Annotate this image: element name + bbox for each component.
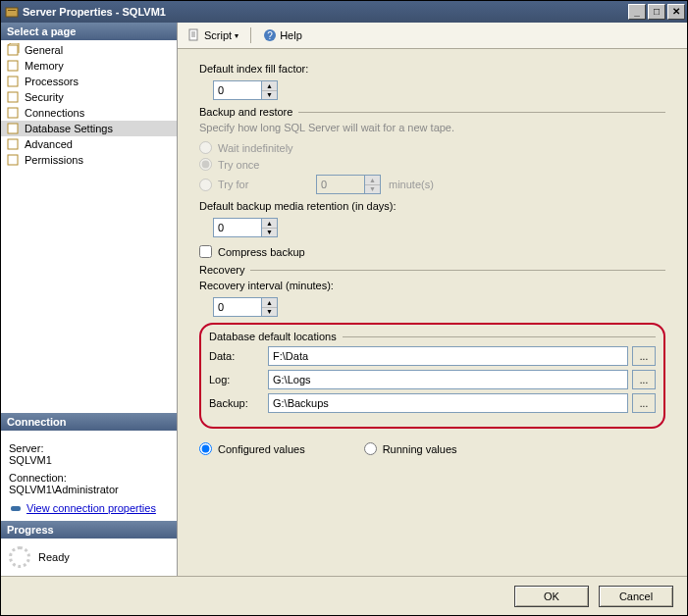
recovery-interval-label: Recovery interval (minutes):: [199, 280, 665, 291]
log-path-label: Log:: [209, 374, 268, 385]
server-label: Server:: [9, 442, 169, 454]
spin-down[interactable]: ▼: [262, 91, 277, 100]
try-for-field: [317, 176, 364, 193]
svg-rect-2: [8, 45, 18, 55]
backup-restore-header: Backup and restore: [199, 106, 292, 118]
page-label: Database Settings: [25, 123, 113, 134]
backup-path-label: Backup:: [209, 397, 268, 409]
script-button[interactable]: Script ▾: [184, 26, 242, 44]
radio-configured-label: Configured values: [218, 443, 305, 455]
server-value: SQLVM1: [9, 454, 169, 466]
try-for-input: ▲▼: [316, 175, 381, 194]
backup-path-input[interactable]: [268, 393, 628, 413]
help-button[interactable]: ? Help: [259, 26, 306, 44]
radio-configured-values[interactable]: [199, 442, 212, 455]
connection-box: Server: SQLVM1 Connection: SQLVM1\Admini…: [1, 431, 177, 521]
select-page-header: Select a page: [1, 23, 177, 40]
svg-rect-8: [8, 139, 18, 149]
help-label: Help: [280, 29, 302, 41]
radio-try-once: [199, 158, 212, 171]
cancel-button[interactable]: Cancel: [599, 586, 673, 607]
script-label: Script: [204, 29, 232, 41]
chevron-down-icon: ▾: [235, 31, 238, 40]
right-panel: Script ▾ ? Help Default index fill facto…: [178, 23, 687, 576]
radio-wait-label: Wait indefinitely: [218, 142, 293, 154]
page-advanced[interactable]: Advanced: [1, 136, 177, 152]
compress-backup-checkbox[interactable]: [199, 245, 212, 258]
page-label: Processors: [25, 76, 79, 87]
help-icon: ?: [263, 28, 277, 42]
page-database-settings[interactable]: Database Settings: [1, 121, 177, 136]
radio-try-once-label: Try once: [218, 159, 259, 171]
log-path-input[interactable]: [268, 370, 628, 389]
progress-box: Ready: [1, 539, 177, 576]
titlebar: Server Properties - SQLVM1 _ □ ✕: [1, 1, 687, 23]
spin-up[interactable]: ▲: [262, 298, 277, 308]
recovery-interval-field[interactable]: [214, 298, 261, 316]
svg-rect-4: [8, 77, 18, 86]
fill-factor-label: Default index fill factor:: [199, 63, 665, 75]
radio-running-values[interactable]: [364, 442, 377, 455]
page-icon: [7, 137, 21, 151]
page-general[interactable]: General: [1, 42, 177, 58]
spin-down[interactable]: ▼: [262, 229, 277, 237]
spin-up[interactable]: ▲: [262, 81, 277, 91]
retention-label: Default backup media retention (in days)…: [199, 200, 665, 212]
ok-button[interactable]: OK: [514, 586, 589, 607]
page-label: Permissions: [25, 154, 83, 166]
toolbar-separator: [250, 27, 251, 43]
page-permissions[interactable]: Permissions: [1, 152, 177, 168]
script-icon: [187, 28, 201, 42]
log-path-browse-button[interactable]: ...: [632, 370, 656, 389]
svg-text:?: ?: [267, 30, 273, 41]
close-button[interactable]: ✕: [667, 4, 685, 20]
page-icon: [7, 153, 21, 167]
backup-path-browse-button[interactable]: ...: [632, 393, 656, 413]
link-icon: [9, 501, 23, 515]
svg-rect-6: [8, 108, 18, 118]
backup-hint: Specify how long SQL Server will wait fo…: [199, 122, 665, 133]
spin-up[interactable]: ▲: [262, 219, 277, 229]
retention-input[interactable]: ▲▼: [213, 218, 278, 237]
page-label: Connections: [25, 107, 84, 119]
page-label: Advanced: [25, 138, 73, 150]
connection-label: Connection:: [9, 472, 169, 484]
recovery-header: Recovery: [199, 264, 244, 276]
maximize-button[interactable]: □: [648, 4, 665, 20]
window-title: Server Properties - SQLVM1: [23, 6, 628, 18]
page-memory[interactable]: Memory: [1, 58, 177, 74]
page-security[interactable]: Security: [1, 89, 177, 105]
db-locations-header: Database default locations: [209, 331, 337, 342]
spin-down: ▼: [365, 185, 380, 194]
minimize-button[interactable]: _: [628, 4, 646, 20]
page-processors[interactable]: Processors: [1, 74, 177, 89]
page-connections[interactable]: Connections: [1, 105, 177, 121]
recovery-interval-input[interactable]: ▲▼: [213, 297, 278, 317]
progress-header: Progress: [1, 521, 177, 539]
page-label: Memory: [25, 60, 64, 72]
radio-running-label: Running values: [383, 443, 457, 455]
svg-rect-0: [6, 8, 18, 17]
data-path-input[interactable]: [268, 346, 628, 366]
page-icon: [7, 75, 21, 88]
spin-up: ▲: [365, 176, 380, 185]
compress-backup-label: Compress backup: [218, 246, 305, 258]
fill-factor-input[interactable]: ▲▼: [213, 80, 278, 100]
page-list: General Memory Processors Security Conne…: [1, 40, 177, 170]
page-icon: [7, 43, 21, 57]
spin-down[interactable]: ▼: [262, 308, 277, 317]
fill-factor-field[interactable]: [214, 81, 261, 99]
radio-try-for: [199, 179, 212, 191]
app-icon: [5, 5, 19, 19]
content-area: Default index fill factor: ▲▼ Backup and…: [178, 49, 687, 576]
svg-rect-10: [11, 506, 21, 511]
data-path-browse-button[interactable]: ...: [632, 346, 656, 366]
retention-field[interactable]: [214, 219, 261, 236]
page-label: General: [25, 44, 63, 56]
view-connection-properties-link[interactable]: View connection properties: [26, 502, 156, 514]
try-for-unit: minute(s): [389, 179, 434, 190]
svg-rect-5: [8, 92, 18, 102]
connection-value: SQLVM1\Administrator: [9, 484, 169, 495]
svg-rect-1: [8, 10, 16, 11]
svg-rect-9: [8, 155, 18, 165]
